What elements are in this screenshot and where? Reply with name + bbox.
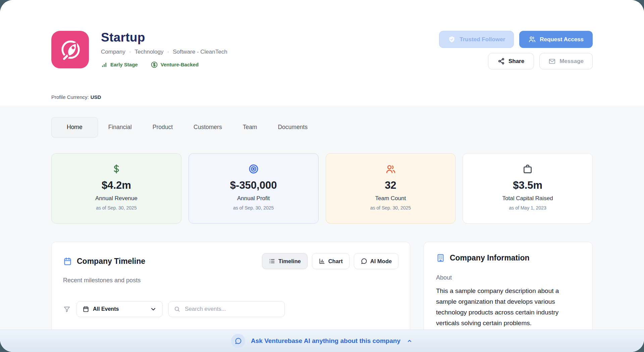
chat-bubble-icon xyxy=(361,258,367,265)
calendar-icon xyxy=(63,257,72,266)
stat-value: 32 xyxy=(326,179,455,191)
timeline-view-switcher: Timeline Chart xyxy=(262,253,398,269)
list-icon xyxy=(269,258,275,265)
share-icon xyxy=(498,58,505,65)
chevron-down-icon xyxy=(150,306,157,312)
profile-currency: Profile Currency:USD xyxy=(51,94,593,100)
stat-as-of: as of Sep. 30, 2025 xyxy=(52,205,181,211)
stat-as-of: as of May 1, 2023 xyxy=(463,205,592,211)
stat-as-of: as of Sep. 30, 2025 xyxy=(189,205,318,211)
view-button-label: AI Mode xyxy=(370,258,392,265)
company-profile-page: Startup Company · Technology · Software … xyxy=(0,0,644,352)
stat-cards: $4.2m Annual Revenue as of Sep. 30, 2025… xyxy=(51,153,593,224)
company-subtitle: Company · Technology · Software - CleanT… xyxy=(101,49,227,55)
search-events-input[interactable] xyxy=(184,305,279,313)
stat-card-annual-revenue: $4.2m Annual Revenue as of Sep. 30, 2025 xyxy=(51,153,181,224)
view-button-timeline[interactable]: Timeline xyxy=(262,253,308,269)
ask-ai-bar[interactable]: Ask Venturebase AI anything about this c… xyxy=(0,330,644,352)
search-icon xyxy=(174,306,180,312)
stat-value: $-350,000 xyxy=(189,179,318,191)
stat-label: Annual Profit xyxy=(189,195,318,202)
trusted-follower-button[interactable]: Trusted Follower xyxy=(439,31,514,48)
ask-ai-label: Ask Venturebase AI anything about this c… xyxy=(251,337,400,345)
rocket-icon xyxy=(57,37,83,63)
target-icon xyxy=(248,164,259,174)
industry: Technology xyxy=(135,49,163,55)
funding-badge-label: Venture-Backed xyxy=(161,62,199,67)
stat-value: $3.5m xyxy=(463,179,592,191)
share-label: Share xyxy=(508,58,524,65)
share-button[interactable]: Share xyxy=(488,53,534,69)
profile-currency-label: Profile Currency: xyxy=(51,94,89,100)
users-icon xyxy=(528,36,536,43)
request-access-button[interactable]: Request Access xyxy=(519,31,593,48)
timeline-title-row: Company Timeline xyxy=(63,257,145,266)
bar-chart-icon xyxy=(319,258,325,265)
shield-check-icon xyxy=(448,36,456,44)
view-button-chart[interactable]: Chart xyxy=(312,253,350,269)
search-events-box xyxy=(168,301,285,317)
funding-badge: Venture-Backed xyxy=(151,61,199,68)
stat-label: Team Count xyxy=(326,195,455,202)
timeline-subtitle: Recent milestones and posts xyxy=(63,277,398,284)
event-type-dropdown[interactable]: All Events xyxy=(76,301,163,317)
stat-card-team-count: 32 Team Count as of Sep. 30, 2025 xyxy=(326,153,456,224)
tab-product[interactable]: Product xyxy=(142,117,183,137)
stat-label: Annual Revenue xyxy=(52,195,181,202)
stat-label: Total Capital Raised xyxy=(463,195,592,202)
tab-financial[interactable]: Financial xyxy=(98,117,142,137)
request-access-label: Request Access xyxy=(540,36,584,43)
message-button[interactable]: Message xyxy=(539,53,593,69)
page-title: Startup xyxy=(101,31,227,45)
profile-header: Startup Company · Technology · Software … xyxy=(0,0,644,106)
stat-card-annual-profit: $-350,000 Annual Profit as of Sep. 30, 2… xyxy=(189,153,319,224)
ai-bubble-badge xyxy=(231,334,245,348)
view-button-label: Chart xyxy=(328,258,343,265)
timeline-filter-row: All Events xyxy=(63,301,398,317)
funnel-icon[interactable] xyxy=(63,305,71,313)
timeline-title: Company Timeline xyxy=(77,257,145,266)
main-content: Home Financial Product Customers Team Do… xyxy=(0,106,644,352)
info-title: Company Information xyxy=(450,253,530,262)
company-logo xyxy=(51,31,89,68)
briefcase-icon xyxy=(522,164,533,174)
about-label: About xyxy=(436,274,580,281)
dot-separator: · xyxy=(129,49,131,55)
dot-separator: · xyxy=(167,49,169,55)
view-button-ai-mode[interactable]: AI Mode xyxy=(354,253,398,269)
stat-value: $4.2m xyxy=(52,179,181,191)
tab-documents[interactable]: Documents xyxy=(267,117,318,137)
event-type-dropdown-value: All Events xyxy=(93,306,119,312)
view-button-label: Timeline xyxy=(278,258,301,265)
info-title-row: Company Information xyxy=(436,253,580,262)
building-icon xyxy=(436,253,445,262)
bar-steps-icon xyxy=(101,61,108,68)
chat-bubble-icon xyxy=(234,337,242,345)
users-icon xyxy=(385,164,396,175)
stat-as-of: as of Sep. 30, 2025 xyxy=(326,205,455,211)
tab-team[interactable]: Team xyxy=(232,117,268,137)
trusted-follower-label: Trusted Follower xyxy=(460,36,505,43)
profile-tabs: Home Financial Product Customers Team Do… xyxy=(51,117,593,137)
entity-type: Company xyxy=(101,49,125,55)
chevron-up-icon[interactable] xyxy=(406,338,413,344)
sector: Software - CleanTech xyxy=(173,49,227,55)
tab-customers[interactable]: Customers xyxy=(183,117,232,137)
dollar-circle-icon xyxy=(151,61,158,68)
stat-card-total-capital: $3.5m Total Capital Raised as of May 1, … xyxy=(463,153,593,224)
profile-currency-value: USD xyxy=(91,94,101,100)
stage-badge: Early Stage xyxy=(101,61,138,68)
tab-home[interactable]: Home xyxy=(51,117,98,137)
message-label: Message xyxy=(559,58,584,65)
calendar-icon xyxy=(83,306,89,312)
dollar-icon xyxy=(111,163,122,175)
stage-badge-label: Early Stage xyxy=(110,62,138,67)
mail-icon xyxy=(548,58,556,65)
about-text: This a sample company description about … xyxy=(436,286,580,329)
